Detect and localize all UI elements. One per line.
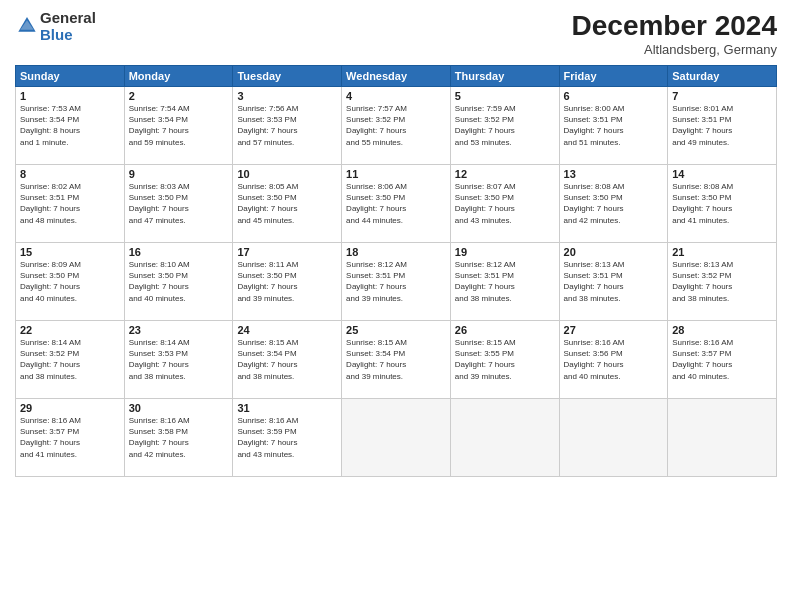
table-row: 14Sunrise: 8:08 AMSunset: 3:50 PMDayligh… — [668, 165, 777, 243]
table-row: 10Sunrise: 8:05 AMSunset: 3:50 PMDayligh… — [233, 165, 342, 243]
table-row: 31Sunrise: 8:16 AMSunset: 3:59 PMDayligh… — [233, 399, 342, 477]
table-row: 3Sunrise: 7:56 AMSunset: 3:53 PMDaylight… — [233, 87, 342, 165]
logo-icon — [17, 15, 37, 35]
logo: General Blue — [15, 10, 96, 43]
table-row: 18Sunrise: 8:12 AMSunset: 3:51 PMDayligh… — [342, 243, 451, 321]
page: General Blue December 2024 Altlandsberg,… — [0, 0, 792, 612]
table-row: 29Sunrise: 8:16 AMSunset: 3:57 PMDayligh… — [16, 399, 125, 477]
table-row: 13Sunrise: 8:08 AMSunset: 3:50 PMDayligh… — [559, 165, 668, 243]
logo-general: General — [40, 10, 96, 27]
location-subtitle: Altlandsberg, Germany — [572, 42, 777, 57]
table-row: 5Sunrise: 7:59 AMSunset: 3:52 PMDaylight… — [450, 87, 559, 165]
table-row — [342, 399, 451, 477]
table-row: 2Sunrise: 7:54 AMSunset: 3:54 PMDaylight… — [124, 87, 233, 165]
table-row: 17Sunrise: 8:11 AMSunset: 3:50 PMDayligh… — [233, 243, 342, 321]
col-sunday: Sunday — [16, 66, 125, 87]
week-row: 8Sunrise: 8:02 AMSunset: 3:51 PMDaylight… — [16, 165, 777, 243]
table-row: 30Sunrise: 8:16 AMSunset: 3:58 PMDayligh… — [124, 399, 233, 477]
week-row: 15Sunrise: 8:09 AMSunset: 3:50 PMDayligh… — [16, 243, 777, 321]
col-saturday: Saturday — [668, 66, 777, 87]
table-row: 24Sunrise: 8:15 AMSunset: 3:54 PMDayligh… — [233, 321, 342, 399]
header: General Blue December 2024 Altlandsberg,… — [15, 10, 777, 57]
header-row: Sunday Monday Tuesday Wednesday Thursday… — [16, 66, 777, 87]
table-row: 22Sunrise: 8:14 AMSunset: 3:52 PMDayligh… — [16, 321, 125, 399]
table-row — [450, 399, 559, 477]
table-row: 1Sunrise: 7:53 AMSunset: 3:54 PMDaylight… — [16, 87, 125, 165]
table-row: 27Sunrise: 8:16 AMSunset: 3:56 PMDayligh… — [559, 321, 668, 399]
table-row: 25Sunrise: 8:15 AMSunset: 3:54 PMDayligh… — [342, 321, 451, 399]
week-row: 29Sunrise: 8:16 AMSunset: 3:57 PMDayligh… — [16, 399, 777, 477]
table-row: 28Sunrise: 8:16 AMSunset: 3:57 PMDayligh… — [668, 321, 777, 399]
month-title: December 2024 — [572, 10, 777, 42]
col-friday: Friday — [559, 66, 668, 87]
table-row: 11Sunrise: 8:06 AMSunset: 3:50 PMDayligh… — [342, 165, 451, 243]
table-row — [559, 399, 668, 477]
table-row: 6Sunrise: 8:00 AMSunset: 3:51 PMDaylight… — [559, 87, 668, 165]
table-row: 12Sunrise: 8:07 AMSunset: 3:50 PMDayligh… — [450, 165, 559, 243]
table-row: 21Sunrise: 8:13 AMSunset: 3:52 PMDayligh… — [668, 243, 777, 321]
col-wednesday: Wednesday — [342, 66, 451, 87]
table-row: 16Sunrise: 8:10 AMSunset: 3:50 PMDayligh… — [124, 243, 233, 321]
table-row: 8Sunrise: 8:02 AMSunset: 3:51 PMDaylight… — [16, 165, 125, 243]
table-row: 23Sunrise: 8:14 AMSunset: 3:53 PMDayligh… — [124, 321, 233, 399]
table-row: 19Sunrise: 8:12 AMSunset: 3:51 PMDayligh… — [450, 243, 559, 321]
table-row: 15Sunrise: 8:09 AMSunset: 3:50 PMDayligh… — [16, 243, 125, 321]
logo-blue: Blue — [40, 27, 96, 44]
col-tuesday: Tuesday — [233, 66, 342, 87]
table-row: 20Sunrise: 8:13 AMSunset: 3:51 PMDayligh… — [559, 243, 668, 321]
title-block: December 2024 Altlandsberg, Germany — [572, 10, 777, 57]
table-row: 9Sunrise: 8:03 AMSunset: 3:50 PMDaylight… — [124, 165, 233, 243]
table-row — [668, 399, 777, 477]
table-row: 4Sunrise: 7:57 AMSunset: 3:52 PMDaylight… — [342, 87, 451, 165]
col-monday: Monday — [124, 66, 233, 87]
week-row: 1Sunrise: 7:53 AMSunset: 3:54 PMDaylight… — [16, 87, 777, 165]
week-row: 22Sunrise: 8:14 AMSunset: 3:52 PMDayligh… — [16, 321, 777, 399]
table-row: 26Sunrise: 8:15 AMSunset: 3:55 PMDayligh… — [450, 321, 559, 399]
table-row: 7Sunrise: 8:01 AMSunset: 3:51 PMDaylight… — [668, 87, 777, 165]
calendar-table: Sunday Monday Tuesday Wednesday Thursday… — [15, 65, 777, 477]
col-thursday: Thursday — [450, 66, 559, 87]
